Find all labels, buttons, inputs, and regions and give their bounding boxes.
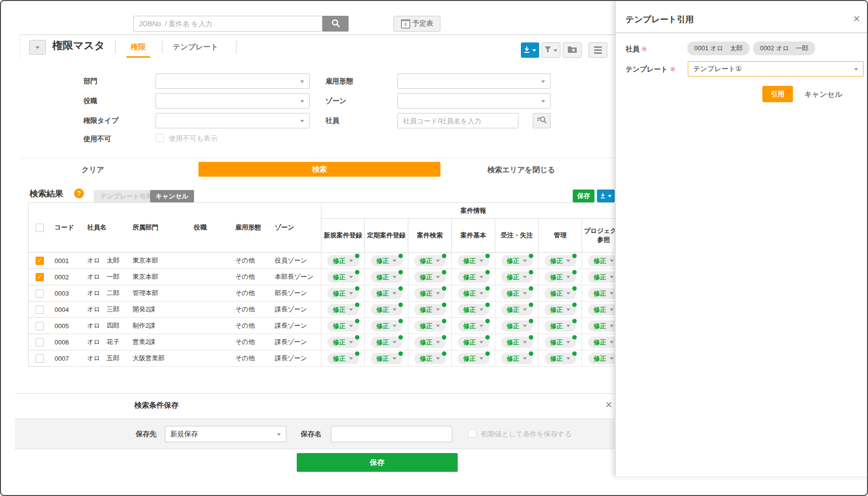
perm-edit-dropdown[interactable]: 修正 bbox=[327, 337, 359, 348]
perm-edit-dropdown[interactable]: 修正 bbox=[501, 304, 533, 315]
perm-edit-dropdown[interactable]: 修正 bbox=[588, 320, 615, 332]
row-checkbox[interactable] bbox=[36, 322, 44, 330]
perm-edit-dropdown[interactable]: 修正 bbox=[545, 304, 576, 315]
perm-edit-dropdown[interactable]: 修正 bbox=[588, 255, 615, 267]
perm-edit-dropdown[interactable]: 修正 bbox=[327, 353, 359, 364]
row-checkbox[interactable] bbox=[36, 305, 44, 314]
department-select[interactable] bbox=[156, 74, 310, 89]
perm-edit-dropdown[interactable]: 修正 bbox=[501, 288, 533, 299]
perm-edit-dropdown[interactable]: 修正 bbox=[545, 337, 576, 348]
row-checkbox[interactable] bbox=[36, 257, 44, 265]
perm-edit-dropdown[interactable]: 修正 bbox=[327, 288, 359, 299]
perm-edit-dropdown[interactable]: 修正 bbox=[327, 271, 359, 283]
search-submit-button[interactable]: 検索 bbox=[198, 162, 440, 177]
perm-edit-dropdown[interactable]: 修正 bbox=[458, 320, 489, 332]
help-icon[interactable]: ? bbox=[74, 189, 84, 198]
table-cell: 課長ゾーン bbox=[271, 318, 321, 334]
tab-permission[interactable]: 権限 bbox=[126, 42, 150, 52]
perm-edit-dropdown[interactable]: 修正 bbox=[501, 353, 533, 364]
select-all-checkbox[interactable] bbox=[36, 224, 44, 232]
perm-edit-dropdown[interactable]: 修正 bbox=[327, 255, 359, 267]
perm-edit-dropdown[interactable]: 修正 bbox=[414, 337, 446, 348]
table-cell: 部長ゾーン bbox=[271, 285, 321, 302]
download-button[interactable] bbox=[521, 42, 539, 58]
template-select[interactable]: テンプレート① bbox=[688, 61, 864, 76]
perm-edit-dropdown[interactable]: 修正 bbox=[458, 353, 489, 364]
perm-edit-dropdown[interactable]: 修正 bbox=[588, 304, 615, 315]
perm-edit-dropdown[interactable]: 修正 bbox=[545, 271, 576, 283]
apply-template-button[interactable]: 引用 bbox=[762, 86, 793, 102]
schedule-button[interactable]: 3 予定表 bbox=[394, 16, 440, 32]
destination-select[interactable]: 新規保存 bbox=[165, 426, 286, 442]
perm-edit-dropdown[interactable]: 修正 bbox=[371, 353, 402, 364]
table-cell: その他 bbox=[232, 350, 271, 367]
row-checkbox[interactable] bbox=[36, 354, 44, 363]
perm-edit-dropdown[interactable]: 修正 bbox=[414, 255, 446, 267]
perm-edit-dropdown[interactable]: 修正 bbox=[371, 271, 402, 283]
download-results-button[interactable] bbox=[597, 190, 615, 202]
perm-edit-dropdown[interactable]: 修正 bbox=[371, 320, 402, 332]
perm-edit-dropdown[interactable]: 修正 bbox=[458, 337, 489, 348]
tab-template[interactable]: テンプレート bbox=[173, 42, 218, 52]
perm-edit-dropdown[interactable]: 修正 bbox=[545, 288, 576, 299]
perm-edit-dropdown[interactable]: 修正 bbox=[414, 271, 446, 283]
perm-edit-dropdown[interactable]: 修正 bbox=[327, 320, 359, 332]
permission-type-select[interactable] bbox=[156, 113, 310, 128]
save-as-default-checkbox[interactable] bbox=[468, 429, 476, 438]
perm-edit-dropdown[interactable]: 修正 bbox=[458, 271, 489, 283]
save-results-button[interactable]: 保存 bbox=[573, 190, 594, 202]
zone-select[interactable] bbox=[397, 93, 551, 109]
close-search-area-button[interactable]: 検索エリアを閉じる bbox=[487, 165, 555, 175]
perm-edit-dropdown[interactable]: 修正 bbox=[501, 271, 533, 283]
perm-edit-dropdown[interactable]: 修正 bbox=[458, 288, 489, 299]
template-quote-button[interactable]: テンプレート引用 bbox=[94, 190, 159, 202]
panel-cancel-button[interactable]: キャンセル bbox=[804, 90, 842, 99]
search-input[interactable] bbox=[133, 16, 322, 32]
divider bbox=[162, 40, 162, 53]
perm-edit-dropdown[interactable]: 修正 bbox=[588, 353, 615, 364]
perm-edit-dropdown[interactable]: 修正 bbox=[545, 320, 576, 332]
chevron-down-icon bbox=[566, 276, 570, 280]
employee-input[interactable] bbox=[397, 113, 518, 128]
perm-edit-dropdown[interactable]: 修正 bbox=[588, 288, 615, 299]
row-checkbox[interactable] bbox=[36, 273, 44, 281]
perm-edit-dropdown[interactable]: 修正 bbox=[588, 271, 615, 283]
perm-edit-dropdown[interactable]: 修正 bbox=[371, 288, 402, 299]
search-button[interactable] bbox=[322, 16, 349, 32]
perm-edit-dropdown[interactable]: 修正 bbox=[458, 304, 489, 315]
perm-edit-dropdown[interactable]: 修正 bbox=[588, 337, 615, 348]
save-conditions-button[interactable]: 保存 bbox=[297, 453, 458, 472]
save-panel-form-band: 保存先 新規保存 保存名 初期値として条件を保存する bbox=[15, 419, 615, 449]
perm-edit-dropdown[interactable]: 修正 bbox=[414, 288, 446, 299]
perm-edit-dropdown[interactable]: 修正 bbox=[545, 353, 576, 364]
show-disabled-checkbox[interactable] bbox=[156, 134, 164, 142]
employee-search-button[interactable] bbox=[533, 113, 551, 128]
cancel-button[interactable]: キャンセル bbox=[150, 190, 194, 202]
perm-edit-dropdown[interactable]: 修正 bbox=[327, 304, 359, 315]
perm-edit-dropdown[interactable]: 修正 bbox=[414, 304, 446, 315]
filter-button[interactable] bbox=[542, 42, 560, 58]
add-folder-button[interactable] bbox=[563, 42, 582, 58]
perm-edit-dropdown[interactable]: 修正 bbox=[501, 337, 533, 348]
perm-edit-dropdown[interactable]: 修正 bbox=[414, 353, 446, 364]
perm-edit-dropdown[interactable]: 修正 bbox=[545, 255, 576, 267]
row-checkbox[interactable] bbox=[36, 289, 44, 298]
perm-edit-dropdown[interactable]: 修正 bbox=[371, 255, 402, 267]
perm-edit-dropdown[interactable]: 修正 bbox=[501, 255, 533, 267]
collapse-header-button[interactable] bbox=[29, 40, 46, 55]
close-icon[interactable]: × bbox=[853, 13, 860, 25]
perm-edit-dropdown[interactable]: 修正 bbox=[458, 255, 489, 267]
perm-edit-dropdown[interactable]: 修正 bbox=[414, 320, 446, 332]
close-icon[interactable]: × bbox=[605, 399, 612, 411]
row-checkbox[interactable] bbox=[36, 338, 44, 346]
employment-select[interactable] bbox=[397, 74, 551, 89]
perm-edit-dropdown[interactable]: 修正 bbox=[371, 337, 402, 348]
chevron-down-icon bbox=[541, 100, 545, 105]
position-select[interactable] bbox=[156, 93, 310, 109]
table-cell bbox=[190, 253, 232, 269]
perm-edit-dropdown[interactable]: 修正 bbox=[501, 320, 533, 332]
perm-edit-dropdown[interactable]: 修正 bbox=[371, 304, 402, 315]
menu-button[interactable] bbox=[589, 42, 607, 58]
clear-button[interactable]: クリア bbox=[81, 165, 104, 175]
save-name-input[interactable] bbox=[331, 426, 452, 442]
